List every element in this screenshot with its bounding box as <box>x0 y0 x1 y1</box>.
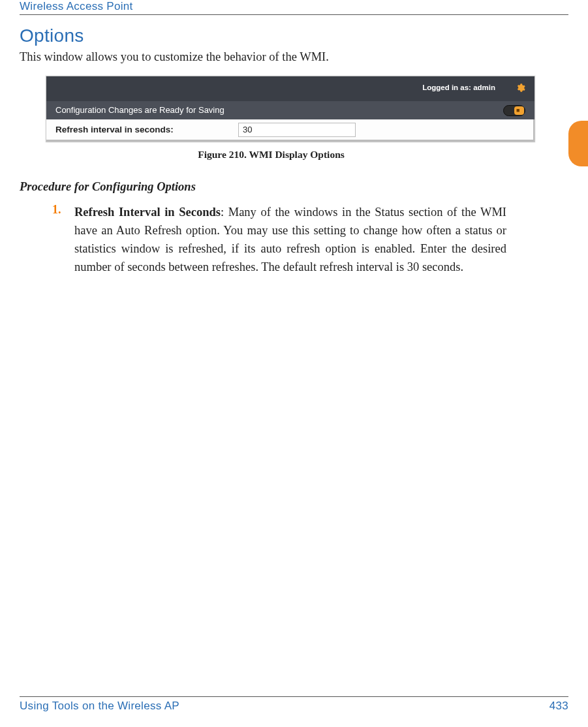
wmi-options-screenshot: Logged in as: admin Configuration Change… <box>46 76 535 142</box>
list-item-text: Refresh Interval in Seconds: Many of the… <box>74 203 506 276</box>
gear-icon <box>516 83 525 93</box>
config-changes-bar: Configuration Changes are Ready for Savi… <box>46 101 534 119</box>
ordered-list-item-1: 1. Refresh Interval in Seconds: Many of … <box>20 203 568 276</box>
intro-paragraph: This window allows you to customize the … <box>20 50 568 64</box>
running-header: Wireless Access Point <box>20 0 568 15</box>
refresh-interval-input[interactable] <box>238 123 356 137</box>
footer-section-title: Using Tools on the Wireless AP <box>20 700 179 713</box>
save-toggle[interactable]: ■ <box>503 105 525 116</box>
refresh-interval-row: Refresh interval in seconds: <box>46 119 534 142</box>
procedure-heading: Procedure for Configuring Options <box>20 180 568 194</box>
save-disk-icon: ■ <box>516 108 522 114</box>
page-number: 433 <box>549 700 568 713</box>
page-footer: Using Tools on the Wireless AP 433 <box>20 696 568 713</box>
list-number: 1. <box>52 203 74 276</box>
list-item-bold: Refresh Interval in Seconds <box>74 206 221 219</box>
page-thumb-tab <box>568 121 588 166</box>
section-title: Options <box>20 25 568 46</box>
figure-caption: Figure 210. WMI Display Options <box>20 149 568 161</box>
screenshot-header-bar: Logged in as: admin <box>46 76 534 101</box>
config-changes-text: Configuration Changes are Ready for Savi… <box>55 105 224 115</box>
refresh-interval-label: Refresh interval in seconds: <box>55 125 238 134</box>
logged-in-label: Logged in as: admin <box>422 84 495 91</box>
